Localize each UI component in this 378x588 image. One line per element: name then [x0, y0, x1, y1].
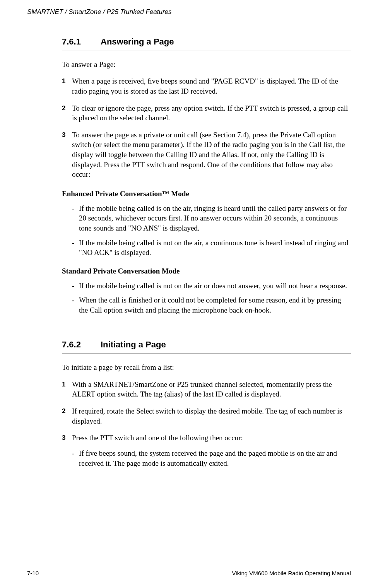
section-number: 7.6.1	[62, 36, 101, 48]
dash-marker: -	[72, 203, 79, 214]
step-text: If required, rotate the Select switch to…	[72, 406, 351, 426]
dash-marker: -	[72, 281, 79, 291]
step-marker: 2	[62, 406, 72, 416]
section-rule	[62, 354, 351, 354]
step-text: With a SMARTNET/SmartZone or P25 trunked…	[72, 379, 351, 399]
page-content: 7.6.1Answering a Page To answer a Page: …	[62, 36, 351, 468]
step-marker: 3	[62, 433, 72, 443]
section1-intro: To answer a Page:	[62, 60, 351, 70]
section2-sublist: - If five beeps sound, the system receiv…	[62, 448, 351, 468]
dash-marker: -	[72, 448, 79, 458]
step-text: To answer the page as a private or unit …	[72, 130, 351, 179]
step-item: 1 With a SMARTNET/SmartZone or P25 trunk…	[62, 379, 351, 399]
subheading-enhanced: Enhanced Private Conversation™ Mode	[62, 189, 351, 199]
step-text: Press the PTT switch and one of the foll…	[72, 433, 351, 443]
step-item: 3 Press the PTT switch and one of the fo…	[62, 433, 351, 443]
step-marker: 3	[62, 130, 72, 140]
list-text: If the mobile being called is not on the…	[79, 238, 351, 258]
list-item: - If five beeps sound, the system receiv…	[62, 448, 351, 468]
step-marker: 1	[62, 379, 72, 389]
step-item: 1 When a page is received, five beeps so…	[62, 76, 351, 96]
step-marker: 2	[62, 103, 72, 113]
list-item: - If the mobile being called is not on t…	[62, 281, 351, 291]
subheading-standard: Standard Private Conversation Mode	[62, 266, 351, 276]
step-text: When a page is received, five beeps soun…	[72, 76, 351, 96]
page-footer: 7-10 Viking VM600 Mobile Radio Operating…	[27, 569, 351, 577]
chapter-breadcrumb: SMARTNET / SmartZone / P25 Trunked Featu…	[27, 8, 351, 17]
list-item: - When the call is finished or it could …	[62, 295, 351, 315]
section2-steps: 1 With a SMARTNET/SmartZone or P25 trunk…	[62, 379, 351, 443]
list-text: If the mobile being called is not on the…	[79, 281, 351, 291]
step-item: 3 To answer the page as a private or uni…	[62, 130, 351, 179]
dash-marker: -	[72, 238, 79, 248]
section-rule	[62, 51, 351, 51]
enhanced-list: - If the mobile being called is on the a…	[62, 203, 351, 258]
section-title: Initiating a Page	[101, 340, 166, 349]
dash-marker: -	[72, 295, 79, 305]
step-text: To clear or ignore the page, press any o…	[72, 103, 351, 123]
page-number: 7-10	[27, 569, 39, 577]
list-text: If five beeps sound, the system received…	[79, 448, 351, 468]
list-text: If the mobile being called is on the air…	[79, 203, 351, 233]
section1-steps: 1 When a page is received, five beeps so…	[62, 76, 351, 179]
step-marker: 1	[62, 76, 72, 86]
section-heading-762: 7.6.2Initiating a Page	[62, 339, 351, 350]
list-item: - If the mobile being called is not on t…	[62, 238, 351, 258]
section2-intro: To initiate a page by recall from a list…	[62, 362, 351, 373]
step-item: 2 To clear or ignore the page, press any…	[62, 103, 351, 123]
section-number: 7.6.2	[62, 339, 101, 350]
standard-list: - If the mobile being called is not on t…	[62, 281, 351, 315]
step-item: 2 If required, rotate the Select switch …	[62, 406, 351, 426]
doc-title: Viking VM600 Mobile Radio Operating Manu…	[232, 569, 351, 577]
section-title: Answering a Page	[101, 37, 174, 46]
list-text: When the call is finished or it could no…	[79, 295, 351, 315]
section-heading-761: 7.6.1Answering a Page	[62, 36, 351, 48]
list-item: - If the mobile being called is on the a…	[62, 203, 351, 233]
